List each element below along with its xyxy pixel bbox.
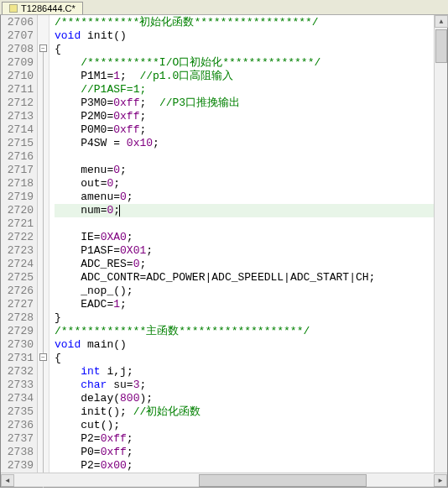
code-line[interactable]: P2M0=0xff; bbox=[55, 110, 447, 123]
code-line[interactable]: num=0; bbox=[55, 204, 447, 217]
line-number: 2713 bbox=[4, 110, 34, 123]
code-area[interactable]: /************初始化函数******************/voi… bbox=[49, 15, 447, 487]
code-line[interactable]: ADC_RES=0; bbox=[55, 258, 447, 271]
line-number: 2736 bbox=[4, 419, 34, 432]
line-number: 2711 bbox=[4, 83, 34, 97]
fold-toggle[interactable]: − bbox=[39, 353, 47, 361]
line-number: 2715 bbox=[4, 137, 34, 150]
line-number: 2707 bbox=[4, 29, 34, 43]
line-number: 2727 bbox=[4, 298, 34, 311]
code-line[interactable]: /************初始化函数******************/ bbox=[55, 16, 447, 29]
code-line[interactable] bbox=[55, 150, 447, 164]
tab-bar: T1286444.C* bbox=[0, 0, 448, 15]
code-line[interactable]: P1M1=1; //p1.0口高阻输入 bbox=[55, 70, 447, 83]
line-number: 2735 bbox=[4, 405, 34, 419]
code-line[interactable]: P0M0=0xff; bbox=[55, 123, 447, 137]
line-number: 2731 bbox=[4, 352, 34, 365]
code-line[interactable]: //P1ASF=1; bbox=[55, 83, 447, 97]
code-line[interactable]: char su=3; bbox=[55, 379, 447, 392]
line-number: 2738 bbox=[4, 446, 34, 459]
code-line[interactable]: P4SW = 0x10; bbox=[55, 137, 447, 150]
code-line[interactable]: void main() bbox=[55, 338, 447, 352]
code-line[interactable]: EADC=1; bbox=[55, 298, 447, 311]
line-number: 2721 bbox=[4, 217, 34, 231]
text-caret bbox=[119, 205, 120, 217]
line-number: 2719 bbox=[4, 191, 34, 204]
scroll-right-button[interactable]: ► bbox=[434, 474, 447, 487]
line-number: 2734 bbox=[4, 392, 34, 405]
fold-gutter: −− bbox=[38, 15, 49, 487]
scrollbar-horizontal[interactable]: ◄ ► bbox=[1, 473, 447, 487]
code-line[interactable]: out=0; bbox=[55, 177, 447, 191]
scroll-up-button[interactable]: ▲ bbox=[435, 15, 448, 28]
line-number: 2712 bbox=[4, 97, 34, 110]
line-number: 2716 bbox=[4, 150, 34, 164]
code-line[interactable]: menu=0; bbox=[55, 164, 447, 177]
scrollbar-vertical[interactable]: ▲ bbox=[434, 15, 447, 473]
line-number: 2710 bbox=[4, 70, 34, 83]
code-line[interactable]: init(); //初始化函数 bbox=[55, 405, 447, 419]
line-number: 2724 bbox=[4, 258, 34, 271]
code-line[interactable]: amenu=0; bbox=[55, 191, 447, 204]
line-number: 2714 bbox=[4, 123, 34, 137]
file-icon bbox=[9, 4, 18, 13]
line-number: 2728 bbox=[4, 311, 34, 325]
line-number: 2720 bbox=[4, 204, 34, 217]
line-number: 2718 bbox=[4, 177, 34, 191]
line-number: 2706 bbox=[4, 16, 34, 29]
code-line[interactable]: _nop_(); bbox=[55, 285, 447, 298]
line-number: 2737 bbox=[4, 432, 34, 446]
line-number: 2723 bbox=[4, 244, 34, 258]
code-line[interactable]: /*************主函数*******************/ bbox=[55, 325, 447, 338]
code-line[interactable]: IE=0XA0; bbox=[55, 231, 447, 244]
editor: 2706270727082709271027112712271327142715… bbox=[0, 15, 448, 488]
line-number: 2739 bbox=[4, 459, 34, 473]
line-number: 2722 bbox=[4, 231, 34, 244]
line-number-gutter: 2706270727082709271027112712271327142715… bbox=[1, 15, 38, 487]
line-number: 2732 bbox=[4, 365, 34, 379]
code-line[interactable]: } bbox=[55, 311, 447, 325]
code-line[interactable]: /***********I/O口初始化**************/ bbox=[55, 56, 447, 70]
line-number: 2729 bbox=[4, 325, 34, 338]
code-line[interactable]: P2=0x00; bbox=[55, 459, 447, 473]
code-line[interactable]: { bbox=[55, 43, 447, 56]
file-tab-label: T1286444.C* bbox=[21, 3, 76, 13]
line-number: 2708 bbox=[4, 43, 34, 56]
code-line[interactable]: P3M0=0xff; //P3口推挽输出 bbox=[55, 97, 447, 110]
code-line[interactable]: P1ASF=0X01; bbox=[55, 244, 447, 258]
line-number: 2730 bbox=[4, 338, 34, 352]
code-line[interactable]: P2=0xff; bbox=[55, 432, 447, 446]
line-number: 2717 bbox=[4, 164, 34, 177]
scroll-thumb-horizontal[interactable] bbox=[199, 474, 367, 487]
code-line[interactable] bbox=[55, 217, 447, 231]
scroll-thumb-vertical[interactable] bbox=[435, 29, 447, 63]
code-line[interactable]: P0=0xff; bbox=[55, 446, 447, 459]
code-line[interactable]: delay(800); bbox=[55, 392, 447, 405]
file-tab[interactable]: T1286444.C* bbox=[2, 2, 83, 14]
code-line[interactable]: ADC_CONTR=ADC_POWER|ADC_SPEEDLL|ADC_STAR… bbox=[55, 271, 447, 285]
code-line[interactable]: int i,j; bbox=[55, 365, 447, 379]
code-line[interactable]: cut(); bbox=[55, 419, 447, 432]
line-number: 2725 bbox=[4, 271, 34, 285]
scroll-left-button[interactable]: ◄ bbox=[1, 474, 14, 487]
code-line[interactable]: { bbox=[55, 352, 447, 365]
line-number: 2709 bbox=[4, 56, 34, 70]
fold-toggle[interactable]: − bbox=[39, 44, 47, 52]
line-number: 2733 bbox=[4, 379, 34, 392]
line-number: 2726 bbox=[4, 285, 34, 298]
code-line[interactable]: void init() bbox=[55, 29, 447, 43]
